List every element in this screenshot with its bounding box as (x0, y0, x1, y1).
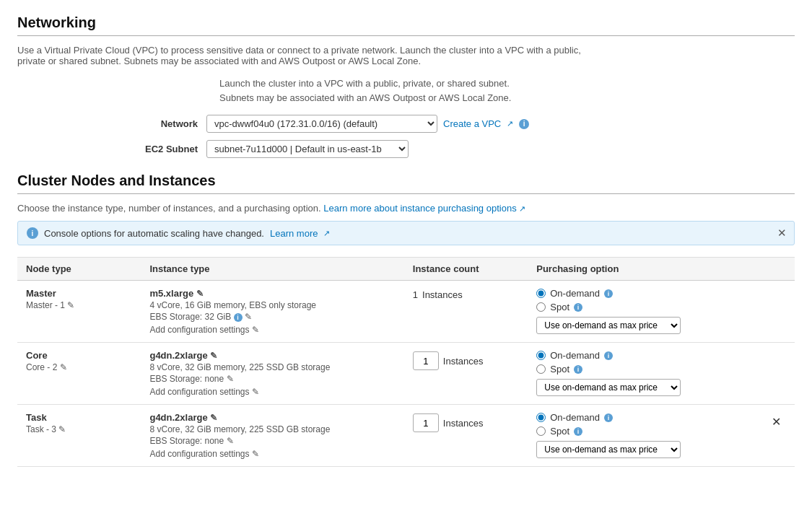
create-vpc-link[interactable]: Create a VPC (443, 118, 501, 129)
subnet-control-group: subnet-7u11d000 | Default in us-east-1b (206, 140, 409, 158)
instances-label: Instances (443, 356, 484, 367)
on-demand-row: On-demand i (536, 412, 751, 423)
spot-radio[interactable] (536, 302, 546, 312)
alert-info-icon: i (27, 227, 38, 239)
subnet-select[interactable]: subnet-7u11d000 | Default in us-east-1b (206, 140, 409, 158)
spot-max-price-select[interactable]: Use on-demand as max price (536, 441, 681, 458)
instance-type-detail: 4 vCore, 16 GiB memory, EBS only storage (149, 300, 395, 310)
network-row: Network vpc-dwwf04u0 (172.31.0.0/16) (de… (104, 115, 795, 133)
spot-radio[interactable] (536, 364, 546, 374)
instance-type-name: m5.xlarge ✎ (149, 288, 395, 299)
instance-count-cell: Instances (404, 343, 528, 405)
instances-label: Instances (422, 289, 463, 300)
edit-node-icon[interactable]: ✎ (67, 300, 74, 310)
spot-max-price-select[interactable]: Use on-demand as max price (536, 317, 681, 334)
col-header-node-type: Node type (17, 258, 141, 281)
edit-instance-icon[interactable]: ✎ (210, 351, 217, 361)
edit-ebs-icon[interactable]: ✎ (227, 436, 234, 446)
learn-more-instances-link[interactable]: Learn more about instance purchasing opt… (323, 203, 516, 214)
add-config-settings[interactable]: Add configuration settings ✎ (149, 449, 395, 459)
ebs-storage: EBS Storage: none ✎ (149, 374, 395, 384)
spot-label: Spot (550, 364, 569, 375)
purchasing-option-cell: On-demand i Spot i Use on-demand as max … (528, 343, 759, 405)
on-demand-radio[interactable] (536, 413, 546, 422)
spot-row: Spot i (536, 302, 751, 312)
networking-title: Networking (17, 14, 795, 31)
instances-label: Instances (443, 418, 484, 429)
col-header-purchasing: Purchasing option (528, 258, 759, 281)
spot-radio[interactable] (536, 426, 546, 436)
row-action-cell (760, 281, 795, 343)
table-row: Core Core - 2 ✎ g4dn.2xlarge ✎ 8 vCore, … (17, 343, 795, 405)
networking-divider (17, 35, 795, 36)
spot-info-icon[interactable]: i (574, 427, 582, 436)
ebs-storage: EBS Storage: none ✎ (149, 436, 395, 446)
node-type-sub: Master - 1 ✎ (26, 300, 132, 310)
networking-detail: Launch the cluster into a VPC with a pub… (219, 76, 537, 105)
table-row: Task Task - 3 ✎ g4dn.2xlarge ✎ 8 vCore, … (17, 405, 795, 467)
cluster-title: Cluster Nodes and Instances (17, 172, 795, 189)
nodes-table: Node type Instance type Instance count P… (17, 257, 795, 467)
row-action-cell: ✕ (760, 405, 795, 467)
row-action-cell (760, 343, 795, 405)
node-type-sub: Core - 2 ✎ (26, 362, 132, 372)
subnet-label: EC2 Subnet (104, 144, 198, 154)
spot-info-icon[interactable]: i (574, 365, 582, 374)
network-info-icon[interactable]: i (519, 119, 529, 129)
instance-count-cell: 1 Instances (404, 281, 528, 343)
network-label: Network (104, 118, 198, 129)
on-demand-radio[interactable] (536, 289, 546, 298)
instance-type-name: g4dn.2xlarge ✎ (149, 412, 395, 423)
networking-description: Use a Virtual Private Cloud (VPC) to pro… (17, 45, 609, 66)
edit-config-icon[interactable]: ✎ (252, 387, 259, 397)
edit-ebs-icon[interactable]: ✎ (245, 312, 252, 322)
on-demand-info-icon[interactable]: i (604, 289, 613, 298)
edit-ebs-icon[interactable]: ✎ (227, 374, 234, 384)
col-header-action (760, 258, 795, 281)
network-control-group: vpc-dwwf04u0 (172.31.0.0/16) (default) C… (206, 115, 529, 133)
alert-info-banner: i Console options for automatic scaling … (17, 221, 795, 245)
edit-instance-icon[interactable]: ✎ (210, 413, 217, 423)
on-demand-label: On-demand (550, 288, 600, 299)
create-vpc-ext-icon: ↗ (507, 119, 513, 128)
spot-row: Spot i (536, 364, 751, 375)
on-demand-info-icon[interactable]: i (604, 413, 613, 422)
delete-row-button[interactable]: ✕ (769, 412, 784, 432)
alert-text: Console options for automatic scaling ha… (44, 228, 264, 239)
node-type-cell: Core Core - 2 ✎ (17, 343, 141, 405)
col-header-instance-count: Instance count (404, 258, 528, 281)
node-type-name: Task (26, 412, 132, 423)
ebs-info-icon[interactable]: i (234, 313, 243, 322)
table-row: Master Master - 1 ✎ m5.xlarge ✎ 4 vCore,… (17, 281, 795, 343)
instance-count-input[interactable] (413, 351, 439, 370)
spot-max-price-select[interactable]: Use on-demand as max price (536, 379, 681, 396)
on-demand-radio[interactable] (536, 351, 546, 360)
instance-count-input[interactable] (413, 413, 439, 432)
node-type-name: Core (26, 350, 132, 361)
alert-learn-more-link[interactable]: Learn more (270, 228, 318, 239)
network-select[interactable]: vpc-dwwf04u0 (172.31.0.0/16) (default) (206, 115, 437, 133)
networking-section: Networking Use a Virtual Private Cloud (… (17, 14, 795, 158)
add-config-settings[interactable]: Add configuration settings ✎ (149, 387, 395, 397)
edit-config-icon[interactable]: ✎ (252, 325, 259, 335)
ebs-storage: EBS Storage: 32 GiB i ✎ (149, 312, 395, 322)
col-header-instance-type: Instance type (141, 258, 403, 281)
spot-options-row: Use on-demand as max price (536, 379, 751, 396)
instance-type-name: g4dn.2xlarge ✎ (149, 350, 395, 361)
instance-type-cell: g4dn.2xlarge ✎ 8 vCore, 32 GiB memory, 2… (141, 405, 403, 467)
edit-config-icon[interactable]: ✎ (252, 449, 259, 459)
spot-label: Spot (550, 426, 569, 437)
spot-info-icon[interactable]: i (574, 303, 582, 312)
purchasing-option-cell: On-demand i Spot i Use on-demand as max … (528, 281, 759, 343)
edit-instance-icon[interactable]: ✎ (196, 289, 204, 299)
instance-type-detail: 8 vCore, 32 GiB memory, 225 SSD GB stora… (149, 362, 395, 372)
spot-options-row: Use on-demand as max price (536, 317, 751, 334)
alert-close-button[interactable]: ✕ (777, 227, 787, 240)
edit-node-icon[interactable]: ✎ (60, 362, 67, 372)
node-type-name: Master (26, 288, 132, 299)
on-demand-label: On-demand (550, 350, 600, 361)
edit-node-icon[interactable]: ✎ (58, 424, 66, 434)
add-config-settings[interactable]: Add configuration settings ✎ (149, 325, 395, 335)
alert-ext-icon: ↗ (323, 229, 330, 238)
on-demand-info-icon[interactable]: i (604, 351, 613, 360)
